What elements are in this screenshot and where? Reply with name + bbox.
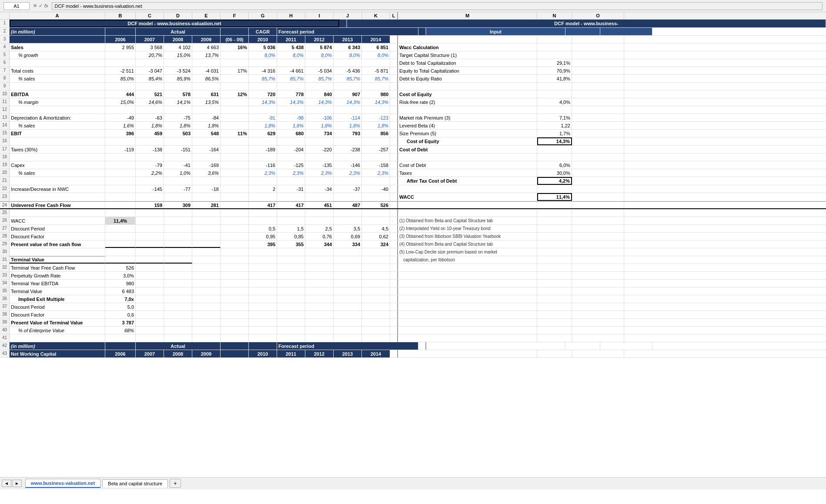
col-header-a[interactable]: A — [10, 12, 105, 19]
cell-a37[interactable]: Discount Period — [10, 303, 105, 310]
cell-a1[interactable]: DCF model - www.business-valuation.net — [10, 20, 339, 27]
col-header-g[interactable]: G — [249, 12, 277, 19]
col-header-c[interactable]: C — [136, 12, 164, 19]
cell-h7[interactable]: -4 661 — [277, 67, 305, 74]
cell-a27[interactable]: Discount Period — [10, 225, 105, 232]
cell-i24[interactable]: 451 — [305, 202, 334, 208]
cell-a19[interactable]: Capex — [10, 161, 105, 169]
cell-g10[interactable]: 720 — [249, 90, 277, 98]
cell-a7[interactable]: Total costs — [10, 67, 105, 74]
cell-g29[interactable]: 395 — [249, 240, 277, 248]
cell-k29[interactable]: 324 — [362, 240, 390, 248]
cell-a24[interactable]: Unlevered Free Cash Flow — [10, 202, 105, 208]
cell-c13[interactable]: -63 — [136, 114, 164, 121]
cell-a26[interactable]: WACC — [10, 217, 105, 224]
cell-j17[interactable]: -238 — [334, 146, 362, 153]
cell-i15[interactable]: 734 — [305, 130, 334, 137]
cell-j13[interactable]: -114 — [334, 114, 362, 121]
cell-c24[interactable]: 159 — [136, 202, 164, 208]
cell-j15[interactable]: 793 — [334, 130, 362, 137]
cell-e19[interactable]: -169 — [192, 161, 221, 169]
cell-reference[interactable]: A1 — [3, 2, 30, 10]
cell-e17[interactable]: -164 — [192, 146, 221, 153]
cell-b13[interactable]: -49 — [105, 114, 136, 121]
cell-e22[interactable]: -18 — [192, 185, 221, 193]
cell-b39[interactable]: 3 787 — [105, 319, 136, 326]
cell-a38[interactable]: Discount Factor — [10, 311, 105, 318]
cell-d17[interactable]: -151 — [164, 146, 192, 153]
cell-i17[interactable]: -220 — [305, 146, 334, 153]
col-header-b[interactable]: B — [105, 12, 136, 19]
cell-g13[interactable]: -91 — [249, 114, 277, 121]
cell-b38[interactable]: 0,6 — [105, 311, 136, 318]
cell-i22[interactable]: -34 — [305, 185, 334, 193]
cell-e4[interactable]: 4 663 — [192, 43, 221, 51]
cell-h17[interactable]: -204 — [277, 146, 305, 153]
cell-i4[interactable]: 5 874 — [305, 43, 334, 51]
cell-i13[interactable]: -106 — [305, 114, 334, 121]
cell-g19[interactable]: -116 — [249, 161, 277, 169]
col-header-i[interactable]: I — [305, 12, 334, 19]
cell-c4[interactable]: 3 568 — [136, 43, 164, 51]
cell-k15[interactable]: 856 — [362, 130, 390, 137]
cell-d13[interactable]: -75 — [164, 114, 192, 121]
cell-h19[interactable]: -125 — [277, 161, 305, 169]
col-header-h[interactable]: H — [277, 12, 305, 19]
cell-a29[interactable]: Present value of free cash flow — [10, 240, 105, 248]
cell-e24[interactable]: 281 — [192, 202, 221, 208]
cell-c17[interactable]: -138 — [136, 146, 164, 153]
cell-b15[interactable]: 396 — [105, 130, 136, 137]
tab-add-button[interactable]: + — [170, 479, 181, 488]
confirm-icon[interactable]: ✓ — [39, 3, 43, 9]
tab-next-button[interactable]: ► — [12, 480, 22, 487]
cell-a35[interactable]: Terminal Value — [10, 287, 105, 295]
col-header-e[interactable]: E — [192, 12, 221, 19]
formula-bar[interactable]: DCF model - www.business-valuation.net — [52, 2, 823, 10]
cell-j4[interactable]: 6 343 — [334, 43, 362, 51]
cell-a33[interactable]: Perpetuity Growth Rate — [10, 272, 105, 279]
cell-b7[interactable]: -2 511 — [105, 67, 136, 74]
cell-g4[interactable]: 5 036 — [249, 43, 277, 51]
cell-g22[interactable]: 2 — [249, 185, 277, 193]
cancel-icon[interactable]: ✕ — [33, 3, 37, 9]
cell-a31[interactable]: Terminal Value — [10, 256, 105, 264]
cell-h24[interactable]: 417 — [277, 202, 305, 208]
cell-a4[interactable]: Sales — [10, 43, 105, 51]
cell-h13[interactable]: -98 — [277, 114, 305, 121]
cell-a39[interactable]: Present Value of Terminal Value — [10, 319, 105, 326]
cell-g17[interactable]: -189 — [249, 146, 277, 153]
cell-h29[interactable]: 355 — [277, 240, 305, 248]
cell-c15[interactable]: 459 — [136, 130, 164, 137]
cell-f4[interactable]: 16% — [221, 43, 249, 51]
tab-main[interactable]: www.business-valuation.net — [25, 479, 101, 488]
cell-a15[interactable]: EBIT — [10, 130, 105, 137]
cell-k13[interactable]: -123 — [362, 114, 390, 121]
cell-j7[interactable]: -5 436 — [334, 67, 362, 74]
cell-e13[interactable]: -84 — [192, 114, 221, 121]
cell-c22[interactable]: -145 — [136, 185, 164, 193]
cell-b34[interactable]: 980 — [105, 280, 136, 287]
cell-b33[interactable]: 3,0% — [105, 272, 136, 279]
cell-d24[interactable]: 309 — [164, 202, 192, 208]
cell-j29[interactable]: 334 — [334, 240, 362, 248]
cell-d22[interactable]: -77 — [164, 185, 192, 193]
cell-m1[interactable]: DCF model - www.business- — [347, 20, 826, 27]
cell-a17[interactable]: Taxes (30%) — [10, 146, 105, 153]
cell-k7[interactable]: -5 871 — [362, 67, 390, 74]
cell-h15[interactable]: 680 — [277, 130, 305, 137]
cell-b10[interactable]: 444 — [105, 90, 136, 98]
cell-a10[interactable]: EBITDA — [10, 90, 105, 98]
col-header-n[interactable]: N — [537, 12, 572, 19]
cell-f7[interactable]: 17% — [221, 67, 249, 74]
cell-i29[interactable]: 344 — [305, 240, 334, 248]
cell-a22[interactable]: Increase/Decrease in NWC — [10, 185, 105, 193]
cell-b36[interactable]: 7,0x — [105, 295, 136, 303]
cell-d15[interactable]: 503 — [164, 130, 192, 137]
cell-i19[interactable]: -135 — [305, 161, 334, 169]
cell-a13[interactable]: Depreciation & Amortization: — [10, 114, 105, 121]
cell-f15[interactable]: 11% — [221, 130, 249, 137]
tab-beta[interactable]: Beta and capital structure — [102, 479, 168, 487]
cell-b37[interactable]: 5,0 — [105, 303, 136, 310]
col-header-l[interactable]: L — [390, 12, 398, 19]
cell-j10[interactable]: 907 — [334, 90, 362, 98]
